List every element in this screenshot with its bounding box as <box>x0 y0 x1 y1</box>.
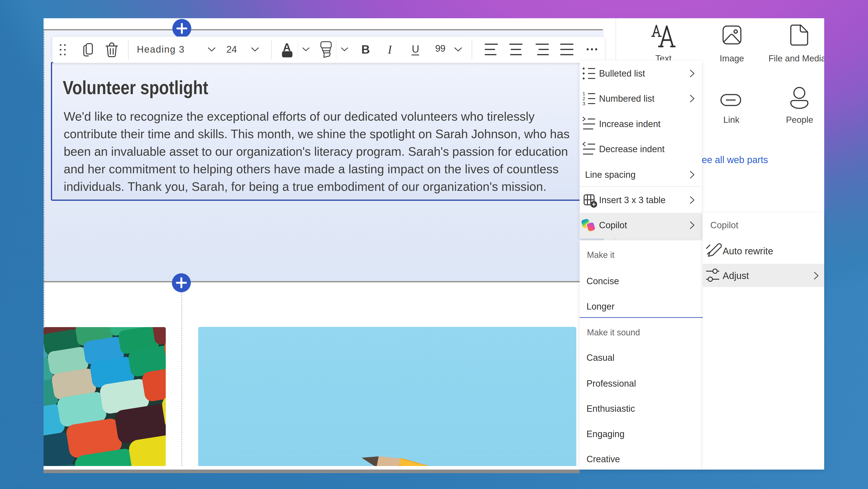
svg-text:1: 1 <box>583 91 585 96</box>
svg-text:People: People <box>786 115 813 125</box>
svg-text:Image: Image <box>720 54 744 63</box>
svg-text:Engaging: Engaging <box>587 429 625 439</box>
svg-text:99: 99 <box>435 43 445 54</box>
svg-text:Link: Link <box>723 115 739 125</box>
svg-text:Casual: Casual <box>587 353 614 363</box>
svg-text:Professional: Professional <box>587 378 636 389</box>
svg-text:B: B <box>361 43 370 56</box>
svg-text:Numbered list: Numbered list <box>599 94 655 104</box>
svg-text:See all web parts: See all web parts <box>695 154 768 165</box>
svg-text:Decrease indent: Decrease indent <box>599 144 664 154</box>
svg-text:Enthusiastic: Enthusiastic <box>587 404 635 413</box>
svg-text:Adjust: Adjust <box>723 270 749 281</box>
svg-text:Concise: Concise <box>587 276 619 286</box>
svg-text:24: 24 <box>226 44 237 55</box>
svg-text:U: U <box>412 43 419 55</box>
svg-text:Bulleted list: Bulleted list <box>599 68 645 79</box>
svg-text:Copilot: Copilot <box>599 220 627 230</box>
svg-text:Copilot: Copilot <box>710 220 739 230</box>
svg-text:Line spacing: Line spacing <box>585 170 636 180</box>
svg-text:Increase indent: Increase indent <box>599 119 660 129</box>
svg-text:Longer: Longer <box>587 301 615 312</box>
svg-text:Auto rewrite: Auto rewrite <box>723 246 773 256</box>
svg-text:Creative: Creative <box>587 454 620 464</box>
svg-text:3: 3 <box>583 101 585 106</box>
svg-text:Make it sound: Make it sound <box>587 327 640 337</box>
svg-text:File and Media: File and Media <box>769 54 824 63</box>
svg-text:I: I <box>388 43 392 56</box>
svg-text:Make it: Make it <box>587 250 614 260</box>
svg-text:Insert 3 x 3 table: Insert 3 x 3 table <box>599 195 665 205</box>
svg-text:Heading 3: Heading 3 <box>137 44 185 55</box>
svg-text:2: 2 <box>583 96 585 101</box>
